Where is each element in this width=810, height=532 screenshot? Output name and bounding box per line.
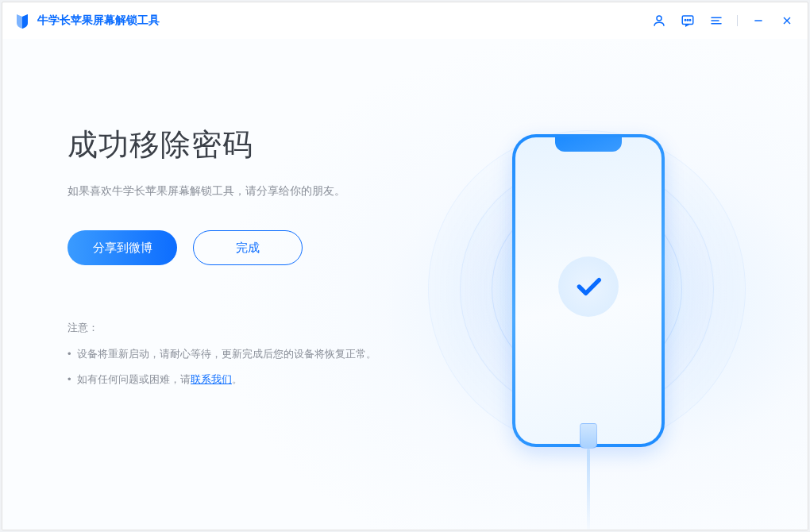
notice-title: 注意： [68,321,409,335]
cable-wire [587,449,590,530]
notice-list: 设备将重新启动，请耐心等待，更新完成后您的设备将恢复正常。 如有任何问题或困难，… [68,346,409,387]
notice-item-restart: 设备将重新启动，请耐心等待，更新完成后您的设备将恢复正常。 [68,346,409,362]
app-window: 牛学长苹果屏幕解锁工具 [2,2,808,530]
svg-point-0 [657,16,662,21]
notice-item-contact: 如有任何问题或困难，请联系我们。 [68,372,409,387]
contact-us-link[interactable]: 联系我们 [191,373,232,385]
share-weibo-button[interactable]: 分享到微博 [68,230,177,265]
success-heading: 成功移除密码 [68,125,409,165]
svg-point-2 [685,20,686,21]
titlebar: 牛学长苹果屏幕解锁工具 [2,2,808,39]
feedback-icon[interactable] [680,13,696,29]
app-title: 牛学长苹果屏幕解锁工具 [37,13,160,28]
phone-cable [577,423,600,530]
left-pane: 成功移除密码 如果喜欢牛学长苹果屏幕解锁工具，请分享给你的朋友。 分享到微博 完… [68,125,409,396]
svg-point-4 [689,20,691,21]
button-row: 分享到微博 完成 [68,230,409,265]
minimize-button[interactable] [750,13,766,29]
phone-notch [555,137,622,152]
cable-plug [580,423,597,449]
phone-frame [512,134,665,447]
notice-item-contact-prefix: 如有任何问题或困难，请 [77,373,191,385]
app-logo-icon [15,13,29,29]
success-subheading: 如果喜欢牛学长苹果屏幕解锁工具，请分享给你的朋友。 [68,184,409,199]
user-icon[interactable] [651,13,667,29]
phone-illustration [447,87,781,530]
window-controls [651,13,795,29]
done-button[interactable]: 完成 [193,230,303,265]
notice-item-contact-suffix: 。 [232,373,242,385]
phone-screen [515,137,662,444]
svg-point-3 [687,20,688,21]
close-button[interactable] [779,13,795,29]
separator [737,15,738,26]
checkmark-icon [558,256,619,317]
menu-icon[interactable] [708,13,724,29]
content-area: 成功移除密码 如果喜欢牛学长苹果屏幕解锁工具，请分享给你的朋友。 分享到微博 完… [2,39,808,530]
